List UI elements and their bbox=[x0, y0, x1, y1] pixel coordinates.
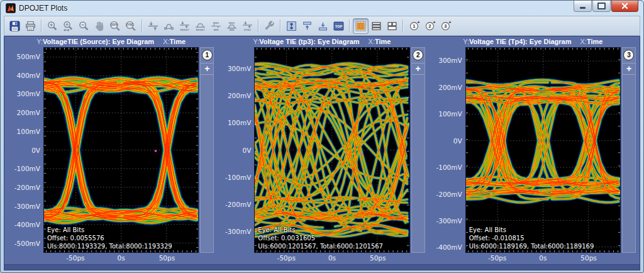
toolbar-separator bbox=[41, 20, 42, 32]
toolbar: 100% SYNC RESET RESET MAXMIN MAXMIN SYNC bbox=[4, 16, 640, 36]
y-tick-label: 100mV bbox=[17, 128, 40, 135]
x-axis-title: Time bbox=[375, 38, 391, 45]
plot-number-badge: 3 bbox=[623, 50, 634, 60]
y-tick-label: -100mV bbox=[225, 174, 251, 181]
plot-number-badge: 2 bbox=[413, 50, 423, 60]
y-tick-label: -200mV bbox=[436, 191, 462, 198]
eye-diagram-plot[interactable]: Eye: All Bits Offset: -0.010815 UIs:6000… bbox=[465, 47, 621, 253]
plus-label: + bbox=[417, 20, 419, 25]
max-label: MAX bbox=[213, 21, 219, 24]
y-tick-label: -300mV bbox=[14, 203, 40, 210]
new-plot-2-button[interactable]: 2+ bbox=[422, 18, 438, 34]
top-view-button[interactable]: TOP bbox=[331, 18, 347, 34]
y-tick-label: 500mV bbox=[17, 53, 40, 60]
zoom-in-button[interactable] bbox=[45, 18, 60, 34]
titlebar[interactable]: DPOJET Plots bbox=[4, 1, 640, 16]
y-tick-label: -200mV bbox=[14, 184, 40, 191]
new-plot-3-button[interactable]: 3+ bbox=[438, 18, 453, 34]
layout-rows-button[interactable] bbox=[369, 18, 384, 34]
y-tick-label: -500mV bbox=[14, 240, 40, 247]
add-measurement-button[interactable]: + bbox=[623, 63, 635, 75]
x-tick-label: 50ps bbox=[580, 254, 597, 262]
add-measurement-button[interactable]: + bbox=[412, 63, 425, 75]
vertical-cursors-button[interactable] bbox=[145, 18, 161, 34]
zoom-out-button[interactable] bbox=[76, 18, 92, 34]
y-tick-label: -100mV bbox=[436, 164, 462, 171]
x-axis-labels: -50ps0s50ps bbox=[43, 253, 199, 264]
minimize-button[interactable] bbox=[574, 1, 592, 12]
y-tick-label: -100mV bbox=[14, 165, 40, 172]
y-axis-prefix: Y: bbox=[36, 38, 43, 45]
maximize-icon bbox=[597, 3, 606, 9]
y-tick-label: 0V bbox=[453, 137, 462, 145]
dock-top-button[interactable] bbox=[299, 18, 315, 34]
eye-diagram-plot[interactable]: Eye: All Bits Offset: 0.0031605 UIs:6000… bbox=[254, 47, 409, 253]
zoom-sync-button[interactable]: SYNC bbox=[123, 18, 139, 34]
configure-button[interactable] bbox=[262, 18, 277, 34]
horizontal-cursors-button[interactable] bbox=[161, 18, 177, 34]
vertical-cursors-reset-button[interactable]: RESET bbox=[177, 18, 192, 34]
y-tick-label: 400mV bbox=[17, 72, 40, 79]
y-tick-label: -300mV bbox=[225, 228, 251, 235]
plot-title: Voltage TIE (Tp4): Eye Diagram bbox=[469, 38, 571, 45]
plot-3-label: 3 bbox=[444, 23, 447, 29]
print-button[interactable] bbox=[23, 18, 38, 34]
min-label: MIN bbox=[230, 28, 235, 31]
eye-diagram-plot[interactable]: Eye: All Bits Offset: 0.0055576 UIs:8000… bbox=[43, 47, 199, 253]
save-button[interactable] bbox=[7, 18, 23, 34]
y-tick-label: 200mV bbox=[228, 92, 251, 99]
eye-diagram-canvas bbox=[44, 48, 198, 252]
vertical-cursors-maxmin-button[interactable]: MAXMIN bbox=[208, 18, 224, 34]
plot-title: VoltageTIE (Source): Eye Diagram bbox=[43, 38, 154, 45]
y-tick-label: 100mV bbox=[228, 119, 251, 126]
horizontal-cursors-maxmin-button[interactable]: MAXMIN bbox=[224, 18, 240, 34]
toolbar-separator bbox=[349, 20, 350, 32]
pan-button[interactable] bbox=[92, 18, 108, 34]
x-axis-title: Time bbox=[587, 38, 602, 45]
zoom-sync-label: SYNC bbox=[126, 23, 134, 26]
x-tick-label: 0s bbox=[539, 254, 547, 262]
zoom-100-button[interactable]: 100% bbox=[108, 18, 123, 34]
dpojet-plots-window: DPOJET Plots bbox=[0, 0, 644, 273]
horizontal-cursors-reset-button[interactable]: RESET bbox=[192, 18, 208, 34]
plot-title: Voltage TIE (tp3): Eye Diagram bbox=[259, 38, 359, 45]
x-tick-label: -50ps bbox=[488, 254, 506, 262]
toolbar-separator bbox=[280, 20, 281, 32]
y-tick-label: -400mV bbox=[14, 221, 40, 228]
y-tick-label: -400mV bbox=[436, 243, 462, 251]
y-axis-labels: 300mV200mV100mV0V-100mV-200mV-300mV-400m… bbox=[430, 47, 465, 253]
y-tick-label: 0V bbox=[31, 147, 40, 154]
plot-header: Y:Voltage TIE (tp3): Eye DiagramX:Time bbox=[219, 38, 425, 47]
x-tick-label: 0s bbox=[328, 254, 336, 262]
maximize-button[interactable] bbox=[592, 1, 611, 12]
x-axis-labels: -50ps0s50ps bbox=[465, 253, 621, 264]
plus-label: + bbox=[433, 20, 435, 25]
x-tick-label: -50ps bbox=[66, 254, 84, 262]
plots-content: Y:VoltageTIE (Source): Eye DiagramX:Time… bbox=[4, 36, 640, 270]
new-plot-1-button[interactable]: 1+ bbox=[406, 18, 422, 34]
expand-vertical-button[interactable] bbox=[284, 18, 299, 34]
y-tick-label: 0V bbox=[242, 147, 251, 154]
reset-label: RESET bbox=[180, 28, 189, 31]
app-icon bbox=[6, 3, 16, 13]
layout-columns-button[interactable] bbox=[353, 18, 369, 34]
toolbar-separator bbox=[258, 20, 259, 32]
y-axis-labels: 500mV400mV300mV200mV100mV0V-100mV-200mV-… bbox=[8, 47, 43, 253]
y-tick-label: 200mV bbox=[17, 109, 40, 116]
toolbar-separator bbox=[402, 20, 404, 32]
plot-control-strip: 1 + bbox=[200, 47, 214, 253]
x-tick-label: -50ps bbox=[277, 254, 296, 262]
x-axis-labels: -50ps0s50ps bbox=[254, 253, 409, 264]
add-measurement-button[interactable]: + bbox=[201, 63, 213, 75]
y-axis-prefix: Y: bbox=[463, 38, 469, 45]
plus-label: + bbox=[448, 20, 451, 25]
zoom-horizontal-button[interactable] bbox=[60, 18, 76, 34]
sync-label: SYNC bbox=[244, 28, 252, 31]
cursors-sync-button[interactable]: SYNC bbox=[240, 18, 255, 34]
close-button[interactable] bbox=[611, 1, 638, 12]
x-axis-prefix: X: bbox=[163, 38, 169, 45]
plot-panel-tp4: Y:Voltage TIE (Tp4): Eye DiagramX:Time 3… bbox=[430, 38, 636, 264]
layout-grid-button[interactable] bbox=[384, 18, 400, 34]
dock-bottom-button[interactable] bbox=[315, 18, 331, 34]
plot-panel-tp3: Y:Voltage TIE (tp3): Eye DiagramX:Time 3… bbox=[219, 38, 425, 264]
